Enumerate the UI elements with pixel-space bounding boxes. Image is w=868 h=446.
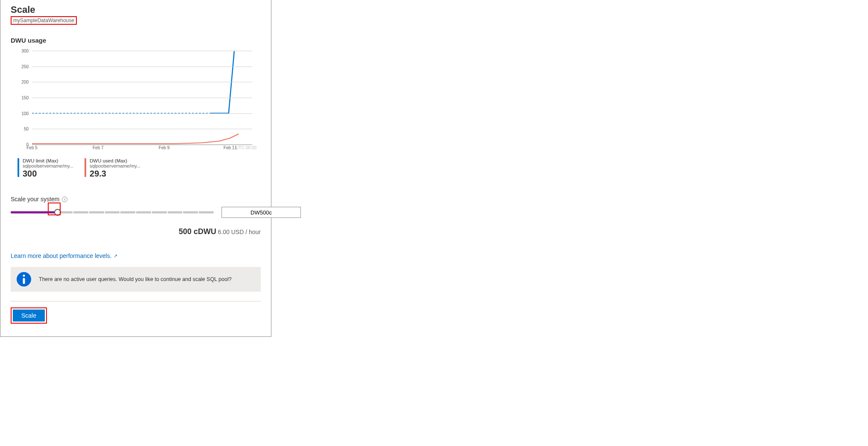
- info-icon: [17, 272, 31, 287]
- resource-name: mySampleDataWarehouse: [13, 17, 74, 23]
- price-display: 500 cDWU 6.00 USD / hour: [11, 227, 261, 236]
- info-icon[interactable]: i: [62, 197, 67, 202]
- legend-dwu-limit: DWU limit (Max) sqlpoolservername/my... …: [17, 158, 73, 179]
- learn-more-link[interactable]: Learn more about performance levels. ↗: [11, 252, 117, 259]
- chart-timezone: UTC-08:00: [236, 145, 256, 150]
- legend-color-bar: [17, 158, 19, 177]
- scale-button-highlight: Scale: [11, 307, 47, 324]
- dwu-usage-title: DWU usage: [11, 37, 261, 44]
- panel-header: Scale mySampleDataWarehouse: [11, 0, 261, 25]
- external-link-icon: ↗: [114, 253, 117, 259]
- scale-panel: Scale mySampleDataWarehouse DWU usage 30…: [0, 0, 271, 337]
- dwu-slider[interactable]: [11, 208, 214, 217]
- dwu-value-input[interactable]: [221, 207, 301, 218]
- legend-dwu-used: DWU used (Max) sqlpoolservername/my... 2…: [84, 158, 140, 179]
- subtitle-highlight: mySampleDataWarehouse: [11, 16, 77, 25]
- scale-slider-label: Scale your system i: [11, 196, 261, 203]
- chart-legend: DWU limit (Max) sqlpoolservername/my... …: [17, 158, 261, 179]
- footer-separator: [11, 301, 261, 301]
- dwu-usage-chart: 300250200150100500 UTC-08:00 Feb 5Feb 7F…: [17, 51, 256, 152]
- info-banner: There are no active user queries. Would …: [11, 267, 261, 292]
- page-title: Scale: [11, 4, 261, 15]
- legend-color-bar: [84, 158, 86, 177]
- slider-thumb[interactable]: [54, 209, 61, 216]
- scale-button[interactable]: Scale: [13, 310, 45, 321]
